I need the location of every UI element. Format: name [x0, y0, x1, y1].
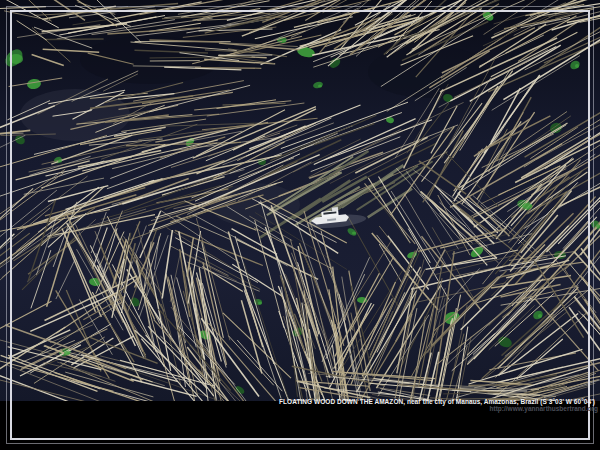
photo-layer: [0, 0, 600, 450]
photo-credit-url: http://www.yannarthusbertrand.org: [279, 406, 598, 413]
aerial-photo-floating-wood: [0, 0, 600, 450]
wallpaper: FLOATING WOOD DOWN THE AMAZON, near the …: [0, 0, 600, 450]
caption: FLOATING WOOD DOWN THE AMAZON, near the …: [279, 399, 595, 413]
